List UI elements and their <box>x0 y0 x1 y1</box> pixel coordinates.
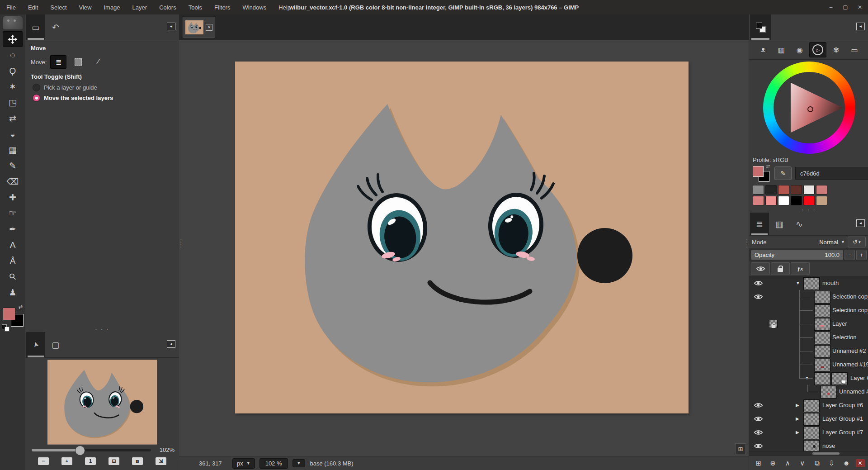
palette-tab[interactable]: ✾ <box>828 42 845 57</box>
dock-collapse-icon[interactable]: ◄ <box>856 23 865 30</box>
image-tab[interactable]: ✕ <box>183 17 215 38</box>
opacity-decrease-button[interactable]: − <box>844 250 855 260</box>
dock-grip[interactable]: · · · <box>749 206 868 213</box>
lower-layer-button[interactable]: ∨ <box>797 458 808 468</box>
pattern-gradient-tool[interactable]: ▦ <box>3 142 23 158</box>
visibility-eye-icon[interactable] <box>754 294 763 300</box>
raise-layer-button[interactable]: ∧ <box>782 458 793 468</box>
flip-tool[interactable]: ⇄ <box>3 110 23 126</box>
zoom-in-button[interactable]: + <box>61 457 72 465</box>
collapsed-caret-icon[interactable]: ▶ <box>796 416 799 421</box>
lock-effects-button[interactable]: ƒx <box>791 262 810 275</box>
tab-undo-history[interactable]: ↶ <box>46 14 65 40</box>
swap-colors-icon[interactable]: ⇄ <box>766 164 770 169</box>
mode-reset-button[interactable]: ↺▾ <box>848 237 866 247</box>
shrink-wrap-button[interactable]: ⧈ <box>132 457 143 465</box>
layer-row-nose[interactable]: nose <box>749 439 868 451</box>
layer-row-mouth[interactable]: ▼ mouth <box>749 276 868 290</box>
tab-pointer[interactable]: ➤ <box>26 332 45 357</box>
navigation-preview[interactable] <box>47 360 157 445</box>
visibility-eye-icon[interactable] <box>754 443 763 449</box>
layers-hscrollbar[interactable] <box>749 451 868 456</box>
menu-tools[interactable]: Tools <box>189 4 202 11</box>
palette-swatch[interactable] <box>765 196 777 205</box>
move-tool[interactable] <box>3 31 23 47</box>
visibility-eye-icon[interactable] <box>754 280 763 286</box>
menu-colors[interactable]: Colors <box>159 4 176 11</box>
foreground-color-swatch[interactable] <box>753 166 764 177</box>
palette-swatch[interactable] <box>816 185 827 195</box>
menu-layer[interactable]: Layer <box>132 4 147 11</box>
collapsed-caret-icon[interactable]: ▶ <box>796 403 799 408</box>
default-colors-icon-2[interactable] <box>5 327 9 332</box>
wilber-tab[interactable]: ᴥ <box>755 42 772 57</box>
panel-resize-handle[interactable]: ⁚⁚⁚ <box>745 240 749 247</box>
palette-swatch[interactable] <box>791 196 802 205</box>
opacity-slider[interactable]: Opacity 100.0 <box>751 250 843 260</box>
ink-tool[interactable]: ✒ <box>3 221 23 237</box>
zoom-dropdown[interactable]: ▼ <box>292 459 306 467</box>
close-button[interactable]: ✕ <box>856 4 863 10</box>
collapsed-caret-icon[interactable]: ▶ <box>796 430 799 435</box>
heal-tool[interactable]: ✚ <box>3 190 23 205</box>
zoom-entry[interactable]: 102 % <box>259 458 288 469</box>
tab-channels[interactable]: ▥ <box>770 213 789 235</box>
opacity-increase-button[interactable]: + <box>856 250 867 260</box>
paintbrush-tool[interactable]: ✎ <box>3 158 23 174</box>
tab-tool-options[interactable]: ▭ <box>26 14 45 40</box>
layer-row-layer-group[interactable]: ▼ Layer Gr <box>749 371 868 385</box>
maximize-button[interactable]: ▢ <box>842 4 849 10</box>
add-mask-button[interactable]: ☻ <box>841 458 852 468</box>
minimize-button[interactable]: – <box>827 4 835 10</box>
layer-row-unnamed-2[interactable]: Unnamed #2 <box>749 344 868 358</box>
menu-file[interactable]: File <box>6 4 16 11</box>
image-tab-close-icon[interactable]: ✕ <box>206 24 212 31</box>
merge-down-button[interactable]: ⇩ <box>826 458 837 468</box>
menu-view[interactable]: View <box>79 4 92 11</box>
delete-layer-button[interactable]: ✕ <box>856 459 865 467</box>
dock-collapse-icon[interactable]: ◄ <box>167 23 175 30</box>
new-group-button[interactable]: ⊕ <box>768 458 778 468</box>
layer-row-layer-group-1[interactable]: ▶ Layer Group #1 <box>749 412 868 426</box>
zoom-100-button[interactable]: 1 <box>85 457 96 465</box>
eraser-tool[interactable]: ⌫ <box>3 174 23 190</box>
unit-dropdown[interactable]: px▼ <box>232 458 255 469</box>
dock-collapse-icon[interactable]: ◄ <box>167 340 175 348</box>
mode-value[interactable]: Normal <box>819 239 838 246</box>
color-marker[interactable] <box>807 106 813 112</box>
palette-swatch[interactable] <box>791 185 802 195</box>
layer-row-unnamed[interactable]: Unnamed # <box>749 385 868 399</box>
zoom-tool[interactable]: ⚲ <box>3 269 23 285</box>
dock-grip[interactable]: · · · <box>25 326 179 332</box>
visibility-eye-icon[interactable] <box>754 429 763 436</box>
zoom-out-button[interactable]: − <box>38 457 49 465</box>
zoom-slider-knob[interactable] <box>75 446 85 456</box>
bucket-fill-tool[interactable]: ◒ <box>3 126 23 142</box>
foreground-color-swatch[interactable] <box>3 308 15 320</box>
layer-row-unnamed-19[interactable]: Unnamed #19 <box>749 358 868 371</box>
layer-row-selection[interactable]: Selection <box>749 331 868 344</box>
palette-swatch[interactable] <box>753 196 764 205</box>
fg-bg-mini-widget[interactable]: ⇄ <box>753 165 771 181</box>
measure-tool[interactable]: Å <box>3 253 23 269</box>
menu-help[interactable]: Help <box>278 4 291 11</box>
palette-swatch[interactable] <box>765 185 777 195</box>
tab-selection-editor[interactable]: ▢ <box>46 332 65 357</box>
layer-row-layer[interactable]: Layer <box>749 317 868 331</box>
fuzzy-select-tool[interactable]: ✶ <box>3 79 23 95</box>
zoom-slider[interactable] <box>32 449 151 451</box>
cmyk-tab[interactable]: ▦ <box>773 42 790 57</box>
palette-swatch[interactable] <box>803 185 815 195</box>
dock-collapse-icon[interactable]: ◄ <box>856 219 865 227</box>
layer-row-selection-copy-2[interactable]: Selection copy <box>749 304 868 317</box>
radio-move-selected[interactable] <box>33 94 40 102</box>
navigation-cross-icon[interactable]: ⊞ <box>735 443 746 454</box>
move-path-mode-button[interactable]: ∕ <box>90 55 106 69</box>
palette-swatch[interactable] <box>778 185 789 195</box>
palette-swatch[interactable] <box>816 196 827 205</box>
swap-colors-icon[interactable]: ⇄ <box>19 304 23 310</box>
lock-pixels-button[interactable] <box>771 262 790 275</box>
duplicate-layer-button[interactable]: ⧉ <box>811 458 822 468</box>
ellipse-select-tool[interactable]: ◌ <box>3 47 23 63</box>
free-select-tool[interactable]: Ϙ <box>3 63 23 79</box>
